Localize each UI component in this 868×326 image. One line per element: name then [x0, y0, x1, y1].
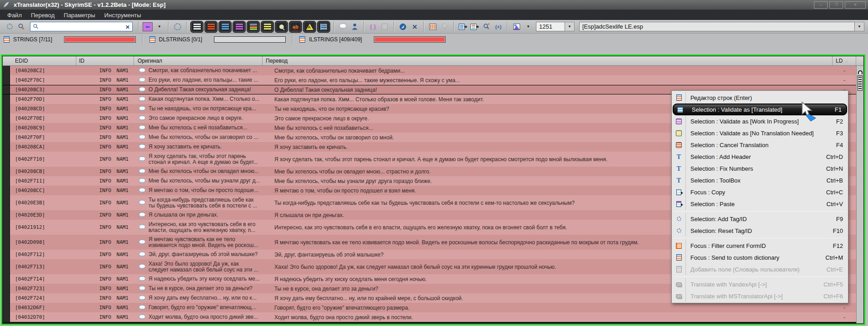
menu-item-label: Focus : Copy [690, 189, 823, 196]
context-menu-item[interactable]: Focus : CopyCtrl+C [672, 186, 848, 198]
cell-edid: [040208CD] [10, 104, 76, 114]
filter-translated-button[interactable] [218, 21, 232, 33]
codepage-dropdown-icon[interactable] [565, 22, 575, 31]
table-row[interactable]: [0402F70C]INFO NAM1Его руки, его ладони,… [3, 75, 856, 85]
plugin-file-dropdown-icon[interactable] [855, 22, 864, 31]
cell-original: Мне бы хотелось, чтобы мы узнали друг д.… [134, 176, 263, 186]
row-gutter [3, 94, 10, 104]
filter-wip-button[interactable] [233, 21, 246, 33]
context-menu-item[interactable]: Focus : Send to custom dictionaryCtrl+M [672, 252, 848, 263]
grid-header: EDID ID Оригинал Перевод LD [3, 56, 863, 66]
menu-item-label: Focus : Send to custom dictionary [690, 254, 823, 261]
table-row[interactable]: [04032D6F]INFO NAM1Говорят, будто его "о… [3, 303, 856, 312]
speech-bubble-icon [139, 286, 146, 291]
spellcheck-button[interactable]: ab [289, 21, 302, 33]
cell-original: Я слышала он при деньгах. [134, 210, 263, 220]
compass-icon[interactable] [398, 21, 408, 33]
search-box[interactable] [30, 22, 133, 31]
column-header-edid[interactable]: EDID [3, 56, 76, 65]
menu-item-shortcut: F9 [833, 216, 848, 222]
close-x-icon[interactable]: ✕ [410, 21, 420, 33]
menu-icon-cell [672, 290, 686, 302]
menubar-item-3[interactable]: Параметры [59, 10, 99, 20]
string-editor-icon [676, 94, 682, 101]
original-text: Ты не находишь, что он потрясающе кра... [149, 106, 256, 112]
row-gutter [3, 75, 10, 85]
options-gear-icon[interactable] [5, 21, 15, 33]
row-gutter [3, 142, 10, 152]
export-translation-icon[interactable] [458, 21, 468, 33]
maximize-button[interactable] [829, 1, 843, 9]
search-options-icon[interactable] [16, 21, 26, 33]
menubar-item-2[interactable]: Перевод [26, 10, 59, 20]
cell-original: Мне бы хотелось с ней позабавиться... [134, 123, 263, 133]
npc-person-icon[interactable] [350, 21, 360, 33]
cell-original: Ходит молва, будто она просто дикий зве.… [134, 312, 263, 322]
plugin-file-name: [Esp]adcSexlife LE.esp [582, 23, 643, 30]
menu-icon-cell [672, 213, 686, 225]
menu-item-label: Selection: Reset Tag/ID [690, 227, 830, 234]
row-gutter [3, 114, 10, 123]
close-button[interactable] [845, 1, 866, 9]
context-menu-item[interactable]: Selection : Validate as [No Translation … [672, 127, 848, 139]
clear-search-icon[interactable] [125, 23, 130, 31]
minimize-button[interactable] [814, 1, 828, 9]
speech-bubble-icon [139, 125, 146, 131]
filter-untranslated-button[interactable] [204, 21, 218, 33]
table-row[interactable]: [04032D70]INFO NAM1Ходит молва, будто он… [3, 312, 856, 322]
back-dropdown-icon[interactable] [154, 21, 164, 33]
filter-formid-view-button[interactable] [317, 21, 330, 33]
column-header-ld[interactable]: LD [833, 56, 856, 65]
speech-bubble-icon [139, 156, 146, 162]
search-input[interactable] [39, 24, 125, 30]
context-menu-item[interactable]: Selection : Add HeaderCtrl+D [672, 151, 848, 163]
context-menu-item[interactable]: Selection : ToolBoxCtrl+B [672, 174, 848, 186]
scrollbar-grip-icon [858, 77, 862, 89]
filter-no-translation-button[interactable] [261, 21, 274, 33]
export-dictionary-icon[interactable] [470, 21, 480, 33]
filter-partial-button[interactable] [247, 21, 260, 33]
filter-warnings-button[interactable] [303, 21, 316, 33]
context-menu-item[interactable]: Редактор строк (Enter) [672, 92, 848, 104]
filter-all-strings-button[interactable] [190, 21, 203, 33]
menubar-item-1[interactable]: Файл [3, 10, 26, 20]
tag-id-icon[interactable] [173, 21, 183, 33]
cell-id: INFO NAM1 [76, 85, 134, 94]
codepage-combo[interactable]: 1251 [536, 22, 565, 31]
scrollbar-thumb[interactable] [858, 75, 863, 91]
picture-dropdown-icon[interactable] [523, 21, 533, 33]
menu-icon-cell [672, 240, 686, 252]
dialog-bubble-icon[interactable] [338, 21, 348, 33]
cell-edid: [0402F723] [10, 284, 76, 293]
regex-icon[interactable]: (+) [493, 21, 503, 33]
context-menu-item[interactable]: Selection : Fix NumbersCtrl+N [672, 163, 848, 174]
cell-edid: [0402F711] [10, 176, 76, 186]
picture-icon[interactable] [511, 21, 521, 33]
cell-edid: [040208CA] [10, 142, 76, 152]
column-header-translation[interactable]: Перевод [263, 56, 833, 65]
context-menu-item[interactable]: Selection : Validate as [Work In Progres… [672, 115, 848, 127]
cell-id: INFO NAM1 [76, 176, 134, 186]
back-arrow-button[interactable] [143, 22, 153, 31]
filter-search-results-button[interactable] [275, 21, 288, 33]
braces-icon[interactable]: { } [368, 21, 378, 33]
yandex-api-icon [676, 282, 682, 286]
context-menu-item[interactable]: Focus : Filter current FormIDF12 [672, 240, 848, 252]
plugin-file-combo[interactable]: [Esp]adcSexlife LE.esp [579, 22, 855, 31]
scrollbar-top-button[interactable] [857, 66, 863, 74]
context-menu-item[interactable]: Selection: Add Tag/IDF9 [672, 213, 848, 225]
menubar-item-4[interactable]: Инструменты [100, 10, 146, 20]
context-menu-item[interactable]: Selection: Reset Tag/IDF10 [672, 225, 848, 237]
table-row[interactable]: [040208C2]INFO NAM1Смотри, как соблазнит… [3, 66, 856, 75]
multicolor-stripes-icon [250, 24, 257, 30]
column-header-id[interactable]: ID [76, 56, 134, 65]
status-group: ILSTRINGS [409/409] [299, 36, 446, 43]
context-menu-item[interactable]: Selection : PasteCtrl+V [672, 198, 848, 210]
search-add-icon[interactable] [481, 21, 491, 33]
column-header-original[interactable]: Оригинал [134, 56, 263, 65]
cell-edid: [040208C9] [10, 123, 76, 133]
vertical-scrollbar[interactable] [856, 66, 863, 323]
columns-table-icon[interactable] [428, 21, 438, 33]
context-menu-item[interactable]: Selection : Cancel TranslationF4 [672, 139, 848, 151]
cell-id: INFO NAM1 [76, 250, 134, 259]
